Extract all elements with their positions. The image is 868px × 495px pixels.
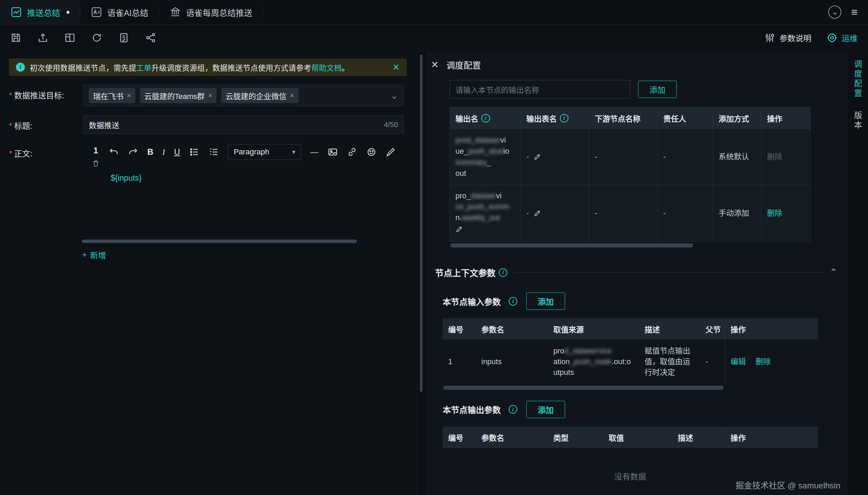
info-icon[interactable]: i: [560, 114, 569, 123]
required-asterisk: *: [9, 91, 12, 100]
scrollbar-thumb[interactable]: [443, 386, 723, 390]
add-block-label: 新增: [90, 249, 106, 261]
info-icon[interactable]: i: [499, 268, 507, 277]
edit-pencil-icon[interactable]: [534, 153, 541, 161]
info-icon[interactable]: i: [481, 114, 490, 123]
push-target-select[interactable]: 瑞在飞书× 云胧建的Teams群× 云胧建的企业微信× ⌄: [83, 85, 404, 106]
tag-remove-icon[interactable]: ×: [208, 91, 212, 100]
push-target-row: *数据推送目标: 瑞在飞书× 云胧建的Teams群× 云胧建的企业微信× ⌄: [9, 85, 417, 106]
add-input-param-button[interactable]: 添加: [526, 292, 565, 310]
info-icon[interactable]: i: [509, 405, 517, 414]
bold-button[interactable]: B: [147, 148, 153, 156]
body-label: *正文:: [9, 143, 83, 183]
redo-icon[interactable]: [128, 147, 138, 157]
scrollbar-thumb[interactable]: [450, 243, 693, 248]
output-params-table: 编号 参数名 类型 取值 描述 操作: [443, 426, 818, 448]
chart-doc-icon: [10, 6, 22, 18]
downstream-cell: -: [589, 184, 658, 242]
close-icon[interactable]: ✕: [431, 60, 439, 70]
tab-list-dropdown-icon[interactable]: ⌄: [828, 6, 841, 19]
output-name-cell: prod_dataservi ue_push_studio summary_ o…: [450, 129, 521, 185]
body-row: *正文: 1 B: [9, 143, 417, 183]
rail-item-versions[interactable]: 版本: [852, 111, 864, 130]
scrollbar-thumb[interactable]: [420, 54, 423, 392]
emoji-insert-icon[interactable]: [366, 147, 377, 157]
output-params-title: 本节点输出参数: [443, 403, 501, 415]
layout-icon[interactable]: [64, 32, 75, 43]
chevron-down-icon[interactable]: ⌄: [390, 91, 398, 100]
ops-button[interactable]: 运维: [827, 32, 858, 44]
input-params-table: 编号 参数名 取值来源 描述 父节 操作 1 inputs prod_datas…: [443, 318, 818, 384]
table-header-row: 输出名i 输出表名i 下游节点名称 责任人 添加方式 操作: [450, 107, 811, 129]
unsaved-dot: [66, 11, 70, 14]
ordered-list-icon[interactable]: [209, 147, 219, 157]
params-doc-button[interactable]: 参数说明: [764, 32, 811, 44]
rail-item-schedule-config[interactable]: 调度配置: [852, 60, 864, 99]
editor-horizontal-scrollbar[interactable]: [82, 240, 357, 243]
toolbar-right: 参数说明 运维: [764, 32, 858, 44]
info-icon[interactable]: i: [509, 297, 517, 306]
highlight-pen-icon[interactable]: [386, 147, 396, 157]
tag-remove-icon[interactable]: ×: [290, 91, 294, 100]
tabbar-actions: ⌄ ≡: [828, 0, 868, 24]
section-divider: [512, 272, 825, 273]
add-method-cell: 手动添加: [713, 184, 761, 242]
panel-body: 请输入本节点的输出名称 添加 输出名i 输出表名i 下游节点名称 责任人 添加方…: [426, 80, 847, 495]
required-asterisk: *: [9, 149, 12, 158]
image-insert-icon[interactable]: [327, 147, 338, 157]
link-insert-icon[interactable]: [347, 147, 357, 157]
push-target-label: *数据推送目标:: [9, 85, 83, 106]
tab-label: 语雀AI总结: [107, 6, 148, 18]
info-icon: i: [16, 63, 25, 72]
schedule-config-panel: ✕ 调度配置 请输入本节点的输出名称 添加 输出名i 输出表名i 下游节点名称 …: [426, 51, 847, 495]
caret-down-icon: ▾: [292, 148, 295, 156]
refresh-icon[interactable]: [91, 32, 102, 43]
edit-pencil-icon[interactable]: [534, 209, 541, 217]
delete-link[interactable]: 删除: [756, 357, 771, 366]
bullet-list-icon[interactable]: [189, 147, 200, 157]
undo-icon[interactable]: [109, 147, 119, 157]
italic-button[interactable]: I: [162, 148, 165, 156]
collapse-icon[interactable]: ⌃: [830, 270, 838, 276]
title-row: *标题: 数据推送 4/50: [9, 115, 417, 134]
save-icon[interactable]: [10, 32, 21, 43]
trash-icon[interactable]: [92, 160, 100, 167]
tab-push-summary[interactable]: 推送总结: [0, 0, 80, 24]
output-tablename-cell: -: [521, 184, 589, 242]
add-output-button[interactable]: 添加: [638, 81, 677, 98]
ticket-link[interactable]: 工单: [136, 64, 151, 72]
input-params-header: 本节点输入参数 i 添加: [443, 292, 838, 310]
edit-pencil-icon[interactable]: [455, 225, 463, 233]
paragraph-style-select[interactable]: Paragraph ▾: [228, 144, 301, 160]
title-input[interactable]: 数据推送 4/50: [83, 115, 404, 134]
section-title: 节点上下文参数: [435, 266, 496, 279]
rich-text-editor: 1 B I U: [83, 143, 408, 183]
banner-close-icon[interactable]: ✕: [393, 62, 400, 72]
help-doc-link[interactable]: 帮助文档: [311, 64, 342, 72]
add-block-button[interactable]: + 新增: [82, 249, 106, 261]
divider-insert-icon[interactable]: —: [310, 147, 318, 157]
body-content[interactable]: ${inputs}: [111, 173, 408, 183]
owner-cell: -: [658, 184, 713, 242]
tab-yuque-ai[interactable]: 语雀AI总结: [80, 0, 159, 24]
outputs-table-scrollbar: [450, 243, 810, 248]
output-name-input[interactable]: 请输入本节点的输出名称: [450, 80, 630, 99]
output-params-header: 本节点输出参数 i 添加: [443, 401, 838, 418]
param-source-cell: prod_dataservice ation_push_node.out:o u…: [548, 340, 639, 384]
outputs-table: 输出名i 输出表名i 下游节点名称 责任人 添加方式 操作 prod_datas…: [450, 107, 811, 242]
underline-button[interactable]: U: [174, 148, 180, 156]
panel-title: 调度配置: [446, 58, 481, 71]
add-output-param-button[interactable]: 添加: [526, 401, 565, 418]
param-name-cell: inputs: [476, 340, 548, 384]
param-parent-cell: -: [700, 340, 725, 384]
submit-icon[interactable]: [37, 32, 48, 43]
doc-check-icon[interactable]: [118, 32, 129, 43]
right-rail: 调度配置 版本: [847, 51, 868, 495]
delete-link[interactable]: 删除: [767, 209, 782, 217]
tag-remove-icon[interactable]: ×: [127, 91, 131, 100]
flow-icon[interactable]: [145, 32, 156, 43]
target-tag: 瑞在飞书×: [89, 88, 135, 103]
tab-yuque-weekly[interactable]: 语雀每周总结推送: [159, 0, 263, 24]
menu-icon[interactable]: ≡: [851, 7, 858, 18]
edit-link[interactable]: 编辑: [731, 357, 746, 366]
